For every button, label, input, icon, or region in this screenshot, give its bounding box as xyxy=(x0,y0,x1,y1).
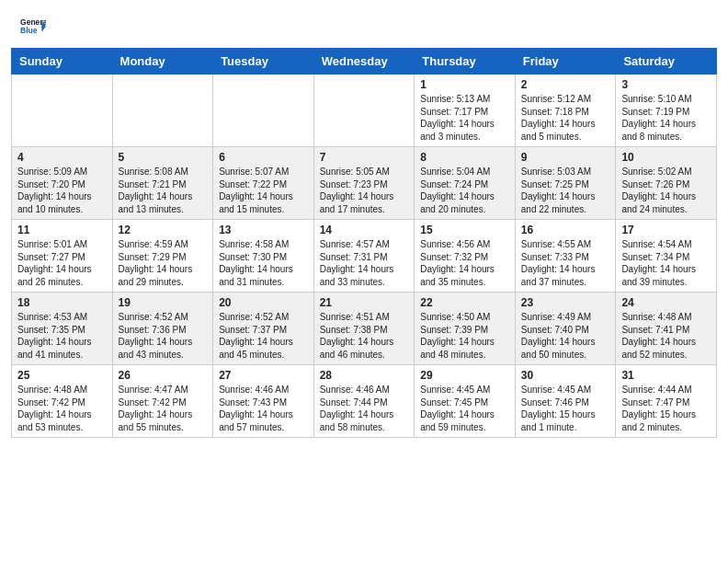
day-number: 2 xyxy=(521,78,610,91)
calendar-cell: 8Sunrise: 5:04 AMSunset: 7:24 PMDaylight… xyxy=(415,147,516,220)
cell-text-line: Daylight: 15 hours xyxy=(521,408,610,421)
calendar-cell: 11Sunrise: 5:01 AMSunset: 7:27 PMDayligh… xyxy=(12,220,113,293)
cell-text-line: and 20 minutes. xyxy=(420,203,509,216)
cell-text-line: Daylight: 14 hours xyxy=(320,263,409,276)
day-number: 14 xyxy=(320,224,409,236)
cell-text-line: Sunset: 7:19 PM xyxy=(621,106,711,119)
weekday-header-sunday: Sunday xyxy=(12,49,113,75)
page-header: General Blue xyxy=(0,0,728,48)
calendar-cell: 18Sunrise: 4:53 AMSunset: 7:35 PMDayligh… xyxy=(12,293,113,365)
weekday-header-monday: Monday xyxy=(112,49,213,75)
cell-text-line: Sunrise: 4:53 AM xyxy=(17,311,107,324)
day-number: 1 xyxy=(420,78,509,91)
cell-text-line: Sunset: 7:30 PM xyxy=(219,251,308,264)
cell-text-line: Sunrise: 4:52 AM xyxy=(219,311,308,324)
general-blue-icon: General Blue xyxy=(20,15,46,40)
day-number: 3 xyxy=(621,78,711,91)
cell-text-line: Sunrise: 4:48 AM xyxy=(621,311,711,324)
cell-text-line: and 59 minutes. xyxy=(420,421,509,434)
cell-text-line: Sunrise: 5:05 AM xyxy=(320,166,409,178)
day-number: 13 xyxy=(219,224,308,236)
cell-text-line: Sunrise: 5:01 AM xyxy=(17,238,107,251)
cell-text-line: Sunset: 7:34 PM xyxy=(621,251,711,264)
cell-text-line: Sunrise: 4:44 AM xyxy=(621,384,711,396)
calendar-cell: 12Sunrise: 4:59 AMSunset: 7:29 PMDayligh… xyxy=(112,220,213,293)
cell-text-line: Daylight: 14 hours xyxy=(521,263,610,276)
calendar-wrapper: SundayMondayTuesdayWednesdayThursdayFrid… xyxy=(0,48,728,449)
cell-text-line: and 24 minutes. xyxy=(621,203,711,216)
cell-text-line: and 39 minutes. xyxy=(621,276,711,289)
day-number: 18 xyxy=(17,296,107,309)
cell-text-line: Sunrise: 5:04 AM xyxy=(420,166,509,178)
cell-text-line: and 29 minutes. xyxy=(119,276,208,289)
day-number: 10 xyxy=(621,151,711,164)
cell-text-line: Sunrise: 4:45 AM xyxy=(521,384,610,396)
day-number: 5 xyxy=(119,151,208,164)
cell-text-line: and 37 minutes. xyxy=(521,276,610,289)
weekday-header-thursday: Thursday xyxy=(415,49,516,75)
cell-text-line: Sunset: 7:42 PM xyxy=(17,396,107,409)
weekday-header-wednesday: Wednesday xyxy=(313,49,415,75)
cell-text-line: Sunset: 7:40 PM xyxy=(521,324,610,337)
cell-text-line: Daylight: 14 hours xyxy=(420,190,509,203)
cell-text-line: Daylight: 14 hours xyxy=(320,190,409,203)
day-number: 16 xyxy=(521,224,610,236)
cell-text-line: Sunset: 7:39 PM xyxy=(420,324,509,337)
day-number: 17 xyxy=(621,224,711,236)
cell-text-line: Daylight: 14 hours xyxy=(521,336,610,349)
cell-text-line: Daylight: 14 hours xyxy=(219,408,308,421)
cell-text-line: Daylight: 14 hours xyxy=(320,408,409,421)
cell-text-line: Sunset: 7:17 PM xyxy=(420,106,509,119)
cell-text-line: Sunset: 7:41 PM xyxy=(621,324,711,337)
cell-text-line: Daylight: 14 hours xyxy=(521,190,610,203)
cell-text-line: Sunset: 7:21 PM xyxy=(119,178,208,191)
week-row-3: 11Sunrise: 5:01 AMSunset: 7:27 PMDayligh… xyxy=(12,220,717,293)
calendar-cell: 30Sunrise: 4:45 AMSunset: 7:46 PMDayligh… xyxy=(515,365,616,438)
cell-text-line: and 41 minutes. xyxy=(17,349,107,362)
cell-text-line: Daylight: 14 hours xyxy=(420,263,509,276)
cell-text-line: Sunrise: 4:56 AM xyxy=(420,238,509,251)
day-number: 8 xyxy=(420,151,509,164)
calendar-cell: 17Sunrise: 4:54 AMSunset: 7:34 PMDayligh… xyxy=(616,220,717,293)
day-number: 22 xyxy=(420,296,509,309)
calendar-cell: 5Sunrise: 5:08 AMSunset: 7:21 PMDaylight… xyxy=(112,147,213,220)
cell-text-line: Daylight: 14 hours xyxy=(621,336,711,349)
calendar-cell: 21Sunrise: 4:51 AMSunset: 7:38 PMDayligh… xyxy=(313,293,415,365)
cell-text-line: and 17 minutes. xyxy=(320,203,409,216)
calendar-cell: 1Sunrise: 5:13 AMSunset: 7:17 PMDaylight… xyxy=(415,75,516,147)
cell-text-line: and 1 minute. xyxy=(521,421,610,434)
cell-text-line: Sunset: 7:25 PM xyxy=(521,178,610,191)
cell-text-line: Sunrise: 4:46 AM xyxy=(320,384,409,396)
svg-text:Blue: Blue xyxy=(20,26,38,35)
week-row-5: 25Sunrise: 4:48 AMSunset: 7:42 PMDayligh… xyxy=(12,365,717,438)
day-number: 6 xyxy=(219,151,308,164)
calendar-cell: 28Sunrise: 4:46 AMSunset: 7:44 PMDayligh… xyxy=(313,365,415,438)
cell-text-line: and 22 minutes. xyxy=(521,203,610,216)
calendar-header: SundayMondayTuesdayWednesdayThursdayFrid… xyxy=(12,49,717,75)
cell-text-line: Sunrise: 4:48 AM xyxy=(17,384,107,396)
cell-text-line: Daylight: 14 hours xyxy=(219,190,308,203)
calendar-cell: 25Sunrise: 4:48 AMSunset: 7:42 PMDayligh… xyxy=(12,365,113,438)
cell-text-line: Sunset: 7:20 PM xyxy=(17,178,107,191)
cell-text-line: and 33 minutes. xyxy=(320,276,409,289)
cell-text-line: and 13 minutes. xyxy=(119,203,208,216)
day-number: 23 xyxy=(521,296,610,309)
calendar-cell xyxy=(12,75,113,147)
day-number: 21 xyxy=(320,296,409,309)
calendar-cell: 26Sunrise: 4:47 AMSunset: 7:42 PMDayligh… xyxy=(112,365,213,438)
cell-text-line: Daylight: 14 hours xyxy=(17,336,107,349)
cell-text-line: Sunrise: 5:02 AM xyxy=(621,166,711,178)
day-number: 19 xyxy=(119,296,208,309)
calendar-cell: 19Sunrise: 4:52 AMSunset: 7:36 PMDayligh… xyxy=(112,293,213,365)
cell-text-line: Daylight: 14 hours xyxy=(621,263,711,276)
calendar-cell: 2Sunrise: 5:12 AMSunset: 7:18 PMDaylight… xyxy=(515,75,616,147)
day-number: 31 xyxy=(621,369,711,382)
cell-text-line: Daylight: 14 hours xyxy=(219,336,308,349)
calendar-cell: 7Sunrise: 5:05 AMSunset: 7:23 PMDaylight… xyxy=(313,147,415,220)
day-number: 4 xyxy=(17,151,107,164)
day-number: 25 xyxy=(17,369,107,382)
calendar-cell: 14Sunrise: 4:57 AMSunset: 7:31 PMDayligh… xyxy=(313,220,415,293)
cell-text-line: Sunrise: 5:10 AM xyxy=(621,93,711,106)
cell-text-line: Sunset: 7:43 PM xyxy=(219,396,308,409)
cell-text-line: Sunset: 7:22 PM xyxy=(219,178,308,191)
